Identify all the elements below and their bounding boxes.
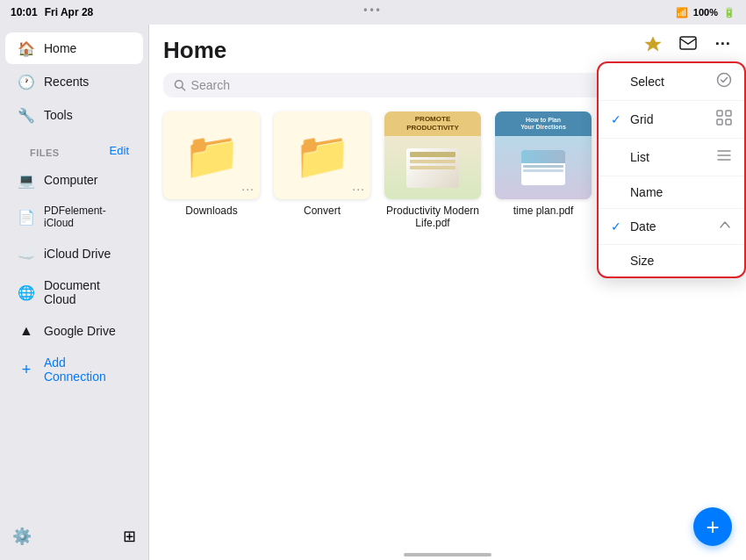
- file-thumbnail: PROMOTEPRODUCTIVITY: [384, 111, 481, 199]
- grid-view-icon[interactable]: ⊞: [123, 527, 136, 546]
- more-button[interactable]: ⋯: [709, 29, 737, 57]
- file-more-button[interactable]: ···: [241, 182, 255, 196]
- dropdown-date-left: ✓ Date: [611, 219, 656, 233]
- sidebar-item-add-connection[interactable]: + Add Connection: [5, 348, 143, 391]
- dropdown-select-left: Select: [611, 75, 664, 89]
- wifi-icon: 📶: [676, 7, 688, 18]
- grid-check: ✓: [611, 112, 625, 126]
- computer-icon: 💻: [18, 171, 35, 189]
- dropdown-select[interactable]: Select: [599, 63, 744, 101]
- sidebar-document-cloud-label: Document Cloud: [44, 278, 131, 306]
- sidebar-add-connection-label: Add Connection: [44, 355, 131, 384]
- files-section-label: FILES: [12, 139, 77, 162]
- pdf-image-area: [495, 136, 592, 199]
- sidebar-files-section: FILES Edit: [0, 132, 148, 163]
- pdfelement-icon: 📄: [18, 208, 35, 226]
- recents-icon: 🕐: [18, 73, 35, 90]
- sidebar-tools-label: Tools: [44, 108, 73, 122]
- sidebar-google-drive-label: Google Drive: [44, 324, 116, 338]
- battery-icon: 🔋: [723, 7, 735, 18]
- dropdown-grid[interactable]: ✓ Grid: [599, 101, 744, 139]
- list-item[interactable]: 📁 ··· Downloads: [163, 111, 260, 229]
- list-item[interactable]: How to PlanYour Directions: [495, 111, 592, 229]
- sidebar-item-google-drive[interactable]: ▲ Google Drive: [5, 315, 143, 347]
- status-day: Fri Apr 28: [45, 6, 94, 18]
- settings-icon[interactable]: ⚙️: [12, 527, 32, 546]
- dropdown-list[interactable]: List: [599, 139, 744, 176]
- sidebar-icloud-label: iCloud Drive: [44, 247, 111, 261]
- folder-icon: 📁: [183, 129, 240, 183]
- sidebar-item-recents[interactable]: 🕐 Recents: [5, 66, 143, 97]
- sidebar-item-tools[interactable]: 🔧 Tools: [5, 99, 143, 131]
- google-drive-icon: ▲: [18, 322, 35, 340]
- sidebar-item-document-cloud[interactable]: 🌐 Document Cloud: [5, 271, 143, 313]
- dropdown-size-label: Size: [630, 254, 654, 268]
- dropdown-name[interactable]: Name: [599, 176, 744, 209]
- battery-percent: 100%: [693, 7, 718, 18]
- dropdown-menu: Select ✓ Grid: [597, 61, 746, 278]
- file-more-button[interactable]: ···: [352, 182, 365, 196]
- chevron-up-icon: [718, 218, 732, 235]
- list-item[interactable]: 📁 ··· Convert: [274, 111, 370, 229]
- home-icon: 🏠: [18, 39, 35, 57]
- pdf-image-area: [384, 136, 481, 199]
- drop-button[interactable]: [639, 29, 667, 57]
- svg-line-10: [182, 87, 184, 90]
- select-circle-icon: [716, 72, 732, 91]
- app-container: 🏠 Home 🕐 Recents 🔧 Tools FILES Edit 💻 Co…: [0, 25, 746, 560]
- svg-rect-2: [717, 111, 722, 116]
- add-connection-icon: +: [18, 361, 35, 378]
- list-view-icon: [716, 147, 732, 167]
- file-thumbnail: 📁 ···: [274, 111, 370, 199]
- home-bar-indicator: [404, 553, 491, 556]
- file-thumbnail: 📁 ···: [163, 111, 260, 199]
- dropdown-date-label: Date: [630, 219, 656, 233]
- dropdown-select-label: Select: [630, 75, 664, 89]
- drop-icon: [644, 34, 662, 52]
- sidebar-pdfelement-label: PDFelement-iCloud: [44, 205, 131, 229]
- dropdown-size-left: Size: [611, 254, 654, 268]
- file-name: Downloads: [185, 205, 237, 217]
- tools-icon: 🔧: [18, 106, 35, 124]
- file-name: Convert: [304, 205, 341, 217]
- search-icon: [174, 79, 186, 91]
- list-item[interactable]: PROMOTEPRODUCTIVITY Productivity Modern …: [384, 111, 481, 229]
- pdf-title-bar: How to PlanYour Directions: [495, 111, 592, 136]
- add-button[interactable]: +: [693, 507, 732, 546]
- sidebar-item-pdfelement-cloud[interactable]: 📄 PDFelement-iCloud: [5, 197, 143, 236]
- status-bar: 10:01 Fri Apr 28 ••• 📶 100% 🔋: [0, 0, 746, 25]
- sidebar: 🏠 Home 🕐 Recents 🔧 Tools FILES Edit 💻 Co…: [0, 25, 149, 560]
- dropdown-date[interactable]: ✓ Date: [599, 209, 744, 245]
- folder-icon: 📁: [294, 129, 351, 183]
- mail-icon: [679, 36, 697, 50]
- sidebar-edit-button[interactable]: Edit: [110, 144, 136, 157]
- dropdown-name-left: Name: [611, 185, 663, 199]
- sidebar-item-home[interactable]: 🏠 Home: [5, 32, 143, 64]
- file-name: time plan.pdf: [513, 205, 574, 217]
- icloud-icon: ☁️: [18, 245, 35, 262]
- main-content: ⋯ Select ✓ Grid: [149, 25, 746, 560]
- document-cloud-icon: 🌐: [18, 284, 35, 301]
- top-dots-indicator: •••: [363, 4, 383, 16]
- date-check: ✓: [611, 219, 625, 233]
- svg-rect-4: [717, 119, 722, 125]
- file-thumbnail: How to PlanYour Directions: [495, 111, 592, 199]
- pdf-title-bar: PROMOTEPRODUCTIVITY: [384, 111, 481, 136]
- mail-button[interactable]: [674, 29, 702, 57]
- dropdown-grid-label: Grid: [630, 112, 653, 126]
- toolbar: ⋯: [630, 25, 746, 61]
- file-name: Productivity Modern Life.pdf: [384, 205, 481, 229]
- dropdown-name-label: Name: [630, 185, 663, 199]
- sidebar-computer-label: Computer: [44, 173, 97, 187]
- dropdown-list-label: List: [630, 150, 649, 164]
- dropdown-list-left: List: [611, 150, 649, 164]
- svg-rect-3: [726, 111, 731, 116]
- sidebar-item-icloud-drive[interactable]: ☁️ iCloud Drive: [5, 238, 143, 269]
- dropdown-size[interactable]: Size: [599, 245, 744, 276]
- status-time: 10:01: [11, 6, 38, 18]
- svg-rect-5: [726, 119, 731, 125]
- sidebar-bottom: ⚙️ ⊞: [0, 520, 148, 553]
- svg-point-1: [718, 74, 731, 87]
- svg-rect-0: [680, 37, 696, 49]
- sidebar-item-computer[interactable]: 💻 Computer: [5, 164, 143, 196]
